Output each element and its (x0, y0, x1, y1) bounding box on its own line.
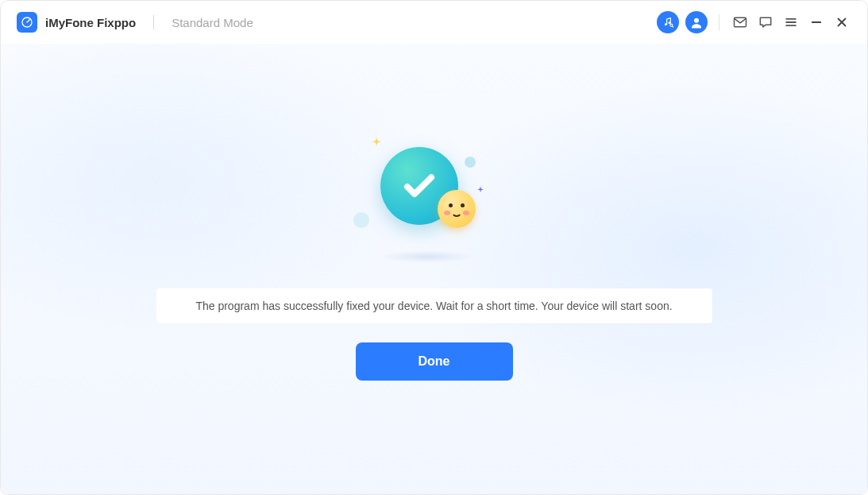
svg-line-5 (672, 26, 673, 27)
app-window: iMyFone Fixppo Standard Mode (0, 0, 868, 495)
titlebar-left: iMyFone Fixppo Standard Mode (17, 12, 253, 33)
title-divider (153, 15, 154, 29)
illustration-shadow (379, 250, 474, 263)
titlebar-separator (719, 14, 719, 30)
decor-dot (465, 157, 476, 168)
sparkle-icon (474, 185, 487, 198)
mode-label: Standard Mode (172, 16, 253, 29)
minimize-button[interactable] (807, 13, 826, 32)
music-search-icon[interactable] (657, 11, 679, 33)
success-illustration (363, 139, 506, 258)
account-icon[interactable] (685, 11, 708, 33)
svg-point-6 (694, 18, 699, 23)
main-content: The program has successfully fixed your … (1, 44, 867, 494)
decor-dot (353, 212, 369, 228)
app-logo-icon (17, 12, 37, 33)
titlebar: iMyFone Fixppo Standard Mode (1, 1, 867, 44)
smiley-face-icon (438, 190, 476, 228)
titlebar-right (657, 11, 851, 33)
close-button[interactable] (832, 13, 851, 32)
sparkle-icon (368, 136, 385, 153)
app-title: iMyFone Fixppo (45, 16, 136, 29)
svg-point-2 (665, 23, 667, 25)
mail-icon[interactable] (731, 13, 750, 32)
svg-point-3 (669, 21, 671, 24)
chat-icon[interactable] (756, 13, 775, 32)
menu-icon[interactable] (781, 13, 800, 32)
done-button[interactable]: Done (356, 342, 513, 381)
svg-line-1 (27, 20, 29, 22)
status-message: The program has successfully fixed your … (156, 288, 712, 323)
